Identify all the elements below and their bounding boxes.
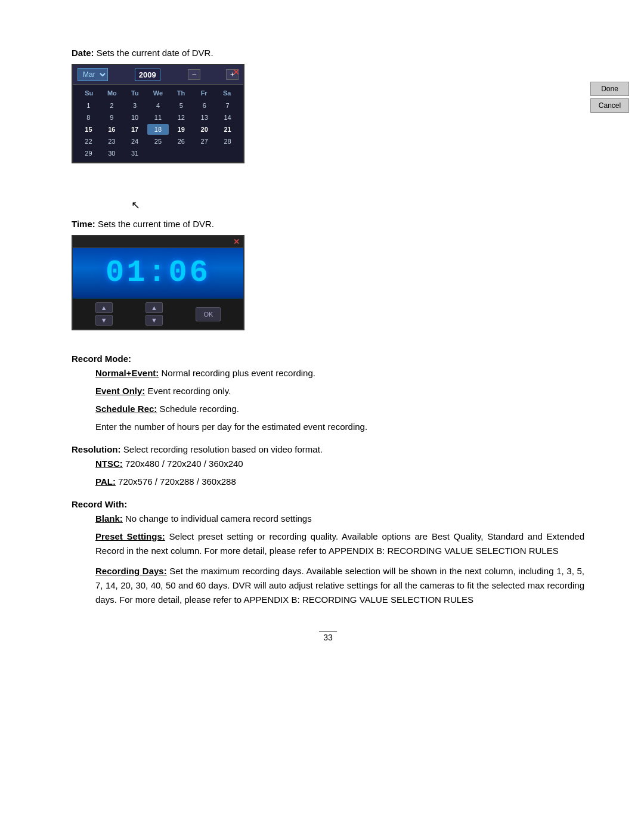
record-mode-section: Record Mode: Normal+Event: Normal record… <box>72 352 584 434</box>
time-hour-up-button[interactable]: ▲ <box>95 302 113 313</box>
cal-day-28[interactable]: 28 <box>216 136 239 147</box>
ntsc-label: NTSC: <box>95 459 123 469</box>
cal-day-2[interactable]: 2 <box>101 100 123 111</box>
calendar-done-button[interactable]: Done <box>590 82 629 96</box>
cal-day-18[interactable]: 18 <box>147 124 169 135</box>
time-section: Time: Sets the current time of DVR. ✕ 01… <box>72 219 584 341</box>
cal-day-8[interactable]: 8 <box>78 112 100 123</box>
time-titlebar: ✕ <box>73 236 243 248</box>
cal-day-13[interactable]: 13 <box>193 112 215 123</box>
record-with-heading-para: Record With: <box>72 497 584 512</box>
page-number-line <box>319 631 337 631</box>
ntsc-values: 720x480 / 720x240 / 360x240 <box>123 459 243 469</box>
cal-day-12[interactable]: 12 <box>170 112 192 123</box>
cal-day-14[interactable]: 14 <box>216 112 239 123</box>
resolution-heading: Resolution: <box>72 444 121 454</box>
page-number: 33 <box>323 633 333 642</box>
cal-day-3[interactable]: 3 <box>124 100 146 111</box>
cal-day-25[interactable]: 25 <box>147 136 169 147</box>
date-description: Date: Sets the current date of DVR. <box>72 48 584 58</box>
year-minus-button[interactable]: – <box>188 69 200 80</box>
time-ok-group: OK <box>196 307 221 321</box>
blank-label: Blank: <box>95 513 123 524</box>
cal-day-1[interactable]: 1 <box>78 100 100 111</box>
cal-day-10[interactable]: 10 <box>124 112 146 123</box>
record-mode-heading-para: Record Mode: <box>72 352 584 366</box>
record-with-section: Record With: Blank: No change to individ… <box>72 497 584 607</box>
record-with-heading: Record With: <box>72 499 127 509</box>
cal-empty-2 <box>170 148 192 159</box>
cal-day-4[interactable]: 4 <box>147 100 169 111</box>
cal-empty-1 <box>147 148 169 159</box>
cal-header-tu: Tu <box>123 88 147 98</box>
event-only-text: Event recording only. <box>145 386 231 396</box>
cal-day-16[interactable]: 16 <box>101 124 123 135</box>
schedule-rec-text: Schedule recording. <box>157 404 239 414</box>
cal-day-19[interactable]: 19 <box>170 124 192 135</box>
resolution-desc: Select recording resolution based on vid… <box>121 444 323 454</box>
time-minute-controls: ▲ ▼ <box>145 302 163 326</box>
cal-day-21[interactable]: 21 <box>216 124 239 135</box>
cal-header-mo: Mo <box>101 88 124 98</box>
blank-row: Blank: No change to individual camera re… <box>95 512 584 526</box>
preset-desc: Select preset setting or recording quali… <box>95 531 584 556</box>
cal-empty-4 <box>216 148 239 159</box>
cal-day-26[interactable]: 26 <box>170 136 192 147</box>
cal-day-29[interactable]: 29 <box>78 148 100 159</box>
page-number-section: 33 <box>72 631 584 642</box>
blank-desc: No change to individual camera record se… <box>123 513 312 524</box>
pal-row: PAL: 720x576 / 720x288 / 360x288 <box>95 475 584 489</box>
calendar-header-row: Su Mo Tu We Th Fr Sa <box>78 88 239 98</box>
cal-day-22[interactable]: 22 <box>78 136 100 147</box>
ntsc-row: NTSC: 720x480 / 720x240 / 360x240 <box>95 457 584 471</box>
cal-day-9[interactable]: 9 <box>101 112 123 123</box>
resolution-section: Resolution: Select recording resolution … <box>72 442 584 489</box>
recording-days-desc: Set the maximum recording days. Availabl… <box>95 566 584 605</box>
normal-event-label: Normal+Event: <box>95 368 159 378</box>
time-hour-down-button[interactable]: ▼ <box>95 315 113 326</box>
time-ok-button[interactable]: OK <box>196 307 221 321</box>
month-select[interactable]: Mar <box>78 68 108 81</box>
cal-day-27[interactable]: 27 <box>193 136 215 147</box>
cal-header-sa: Sa <box>215 88 239 98</box>
time-description: Time: Sets the current time of DVR. <box>72 219 584 229</box>
time-minute-down-button[interactable]: ▼ <box>145 315 163 326</box>
cal-header-fr: Fr <box>193 88 216 98</box>
cal-day-17[interactable]: 17 <box>124 124 146 135</box>
cal-day-15[interactable]: 15 <box>78 124 100 135</box>
cal-day-7[interactable]: 7 <box>216 100 239 111</box>
record-mode-heading: Record Mode: <box>72 354 131 364</box>
time-widget[interactable]: ✕ 01:06 ▲ ▼ ▲ ▼ OK <box>72 235 244 330</box>
record-mode-schedule-rec: Schedule Rec: Schedule recording. <box>95 402 584 416</box>
calendar-grid: 1 2 3 4 5 6 7 8 9 10 11 12 13 14 15 <box>78 100 239 159</box>
cal-day-20[interactable]: 20 <box>193 124 215 135</box>
cal-day-30[interactable]: 30 <box>101 148 123 159</box>
pal-label: PAL: <box>95 476 116 487</box>
cursor-arrow-icon: ↖ <box>131 199 140 212</box>
calendar-cancel-button[interactable]: Cancel <box>590 98 629 113</box>
calendar-action-buttons: Done Cancel <box>590 82 629 113</box>
cal-day-24[interactable]: 24 <box>124 136 146 147</box>
calendar-body: Su Mo Tu We Th Fr Sa 1 2 3 4 5 6 7 <box>73 85 243 162</box>
date-label: Date: <box>72 48 94 58</box>
cal-day-31[interactable]: 31 <box>124 148 146 159</box>
preset-label: Preset Settings: <box>95 531 165 541</box>
cal-day-6[interactable]: 6 <box>193 100 215 111</box>
time-minute-up-button[interactable]: ▲ <box>145 302 163 313</box>
calendar-close-icon[interactable]: ✕ <box>233 67 240 77</box>
record-mode-note-text: Enter the number of hours per day for th… <box>95 422 367 432</box>
record-mode-note: Enter the number of hours per day for th… <box>95 420 584 434</box>
time-close-icon[interactable]: ✕ <box>233 237 240 246</box>
time-label: Time: <box>72 219 95 229</box>
cal-day-11[interactable]: 11 <box>147 112 169 123</box>
normal-event-text: Normal recording plus event recording. <box>159 368 315 378</box>
pal-values: 720x576 / 720x288 / 360x288 <box>116 476 236 487</box>
cal-day-23[interactable]: 23 <box>101 136 123 147</box>
time-display: 01:06 <box>73 248 243 299</box>
event-only-label: Event Only: <box>95 386 145 396</box>
calendar-wrapper: Mar 2009 – + ✕ Su Mo Tu We Th Fr Sa <box>72 58 584 201</box>
calendar-widget[interactable]: Mar 2009 – + ✕ Su Mo Tu We Th Fr Sa <box>72 64 244 163</box>
cal-day-5[interactable]: 5 <box>170 100 192 111</box>
cal-empty-3 <box>193 148 215 159</box>
schedule-rec-label: Schedule Rec: <box>95 404 157 414</box>
